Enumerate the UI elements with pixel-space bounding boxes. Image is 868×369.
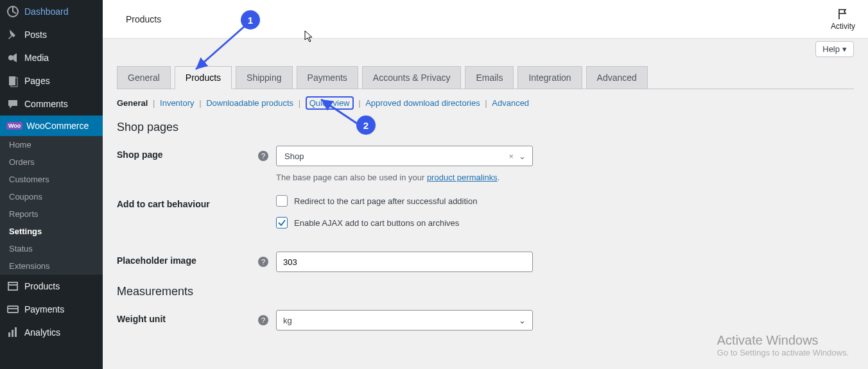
tab-emails[interactable]: Emails [465, 66, 514, 89]
product-permalinks-link[interactable]: product permalinks [427, 173, 498, 182]
pin-icon [6, 28, 19, 41]
annotation-badge-2: 2 [356, 116, 376, 135]
subtab-approved-dirs[interactable]: Approved download directories [365, 98, 480, 108]
clear-icon[interactable]: × [506, 151, 516, 161]
sidebar-item-posts[interactable]: Posts [0, 23, 103, 46]
svg-line-10 [321, 99, 360, 125]
sidebar-item-pages[interactable]: Pages [0, 69, 103, 92]
label-shop-page: Shop page [117, 146, 258, 160]
tab-payments[interactable]: Payments [297, 66, 358, 89]
svg-line-9 [196, 26, 245, 69]
sidebar-sub-extensions[interactable]: Extensions [0, 257, 103, 275]
main-panel: Products Activity Help ▾ General Product… [103, 0, 868, 369]
activity-label: Activity [831, 22, 855, 31]
payments-icon [6, 303, 19, 316]
page-title: Products [126, 14, 161, 24]
sidebar-sub-status[interactable]: Status [0, 240, 103, 257]
sidebar-item-woocommerce[interactable]: Woo WooCommerce [0, 116, 103, 136]
svg-rect-8 [15, 327, 17, 337]
windows-activation-watermark: Activate Windows Go to Settings to activ… [717, 333, 849, 357]
flag-icon [837, 8, 849, 21]
chevron-down-icon: ▾ [842, 44, 847, 54]
svg-rect-4 [8, 282, 17, 290]
sidebar-item-comments[interactable]: Comments [0, 92, 103, 116]
subtab-downloadable[interactable]: Downloadable products [206, 98, 293, 108]
shop-page-value: Shop [281, 151, 506, 161]
shop-page-select[interactable]: Shop × ⌄ [276, 146, 533, 166]
media-icon [6, 51, 19, 64]
help-label: Help [822, 44, 840, 54]
chevron-down-icon[interactable]: ⌄ [516, 151, 528, 161]
sidebar-label: WooCommerce [26, 121, 89, 131]
checkbox-ajax-cart[interactable] [276, 217, 288, 228]
sidebar-label: Payments [24, 304, 64, 314]
help-icon[interactable]: ? [258, 315, 268, 325]
woo-badge-icon: Woo [6, 122, 22, 130]
placeholder-image-input[interactable] [276, 252, 533, 272]
svg-rect-6 [8, 332, 10, 337]
products-icon [6, 280, 19, 293]
sidebar-item-dashboard[interactable]: Dashboard [0, 0, 103, 23]
sidebar-sub-coupons[interactable]: Coupons [0, 188, 103, 205]
subtab-general[interactable]: General [117, 98, 148, 108]
dashboard-icon [6, 5, 19, 18]
tab-advanced[interactable]: Advanced [586, 66, 648, 89]
sidebar-sub-orders[interactable]: Orders [0, 153, 103, 171]
sidebar-sub-reports[interactable]: Reports [0, 205, 103, 223]
checkbox-redirect-cart[interactable] [276, 195, 288, 207]
weight-unit-select[interactable]: kg ⌄ [276, 310, 533, 330]
help-icon[interactable]: ? [258, 151, 268, 161]
sidebar-label: Media [24, 53, 49, 63]
pages-icon [6, 74, 19, 87]
svg-point-1 [8, 55, 13, 60]
tab-accounts[interactable]: Accounts & Privacy [362, 66, 462, 89]
checkbox-redirect-label: Redirect to the cart page after successf… [294, 196, 477, 206]
tab-general[interactable]: General [117, 66, 171, 89]
chevron-down-icon: ⌄ [519, 316, 526, 325]
check-icon [277, 218, 286, 227]
analytics-icon [6, 326, 19, 339]
checkbox-ajax-label: Enable AJAX add to cart buttons on archi… [294, 218, 459, 228]
help-dropdown[interactable]: Help ▾ [815, 41, 854, 57]
label-add-to-cart: Add to cart behaviour [117, 195, 258, 209]
admin-sidebar: Dashboard Posts Media Pages Comments Woo… [0, 0, 103, 369]
sidebar-label: Products [24, 281, 60, 291]
weight-unit-value: kg [283, 316, 292, 325]
label-weight-unit: Weight unit [117, 310, 258, 324]
sidebar-item-products[interactable]: Products [0, 275, 103, 298]
subtab-advanced[interactable]: Advanced [492, 98, 529, 108]
label-placeholder-image: Placeholder image [117, 252, 258, 266]
section-measurements: Measurements [117, 285, 854, 298]
cursor-icon [304, 30, 315, 43]
comments-icon [6, 98, 19, 110]
subtab-inventory[interactable]: Inventory [160, 98, 194, 108]
sidebar-label: Pages [24, 76, 50, 86]
sidebar-item-analytics[interactable]: Analytics [0, 321, 103, 344]
sidebar-sub-home[interactable]: Home [0, 136, 103, 153]
products-subtabs: General | Inventory | Downloadable produ… [117, 89, 854, 112]
sidebar-label: Dashboard [24, 6, 69, 17]
shop-page-hint: The base page can also be used in your p… [276, 173, 854, 182]
activity-button[interactable]: Activity [831, 8, 855, 31]
sidebar-sub-settings[interactable]: Settings [0, 223, 103, 240]
sidebar-item-media[interactable]: Media [0, 46, 103, 69]
help-icon[interactable]: ? [258, 257, 268, 267]
sidebar-label: Analytics [24, 327, 60, 338]
tab-integration[interactable]: Integration [517, 66, 582, 89]
svg-rect-7 [12, 330, 13, 337]
sidebar-item-payments[interactable]: Payments [0, 298, 103, 321]
sidebar-label: Comments [24, 99, 68, 109]
annotation-badge-1: 1 [241, 10, 260, 30]
section-shop-pages: Shop pages [117, 121, 854, 134]
sidebar-sub-customers[interactable]: Customers [0, 171, 103, 188]
sidebar-label: Posts [24, 30, 47, 40]
